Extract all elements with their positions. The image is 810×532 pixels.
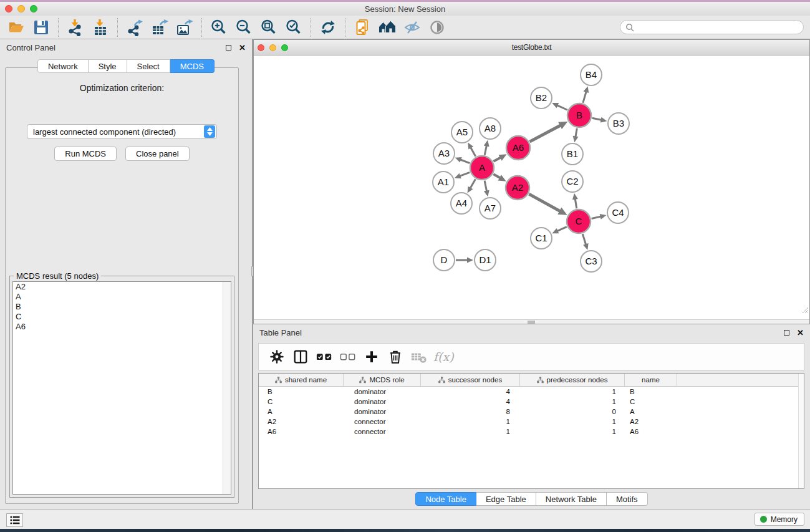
graph-node-A[interactable]: A xyxy=(470,156,494,180)
graph-node-A4[interactable]: A4 xyxy=(451,193,472,214)
network-hscrollbar[interactable] xyxy=(254,319,809,324)
graph-edge-C-C2[interactable] xyxy=(572,193,578,208)
run-mcds-button[interactable]: Run MCDS xyxy=(54,147,117,161)
result-list-item[interactable]: A2 xyxy=(13,282,231,292)
zoom-selected-icon[interactable] xyxy=(281,17,306,38)
result-list-item[interactable]: A xyxy=(13,292,231,302)
table-cell[interactable]: C xyxy=(625,397,677,407)
resize-grip-icon[interactable] xyxy=(801,306,809,314)
graph-edge-B-B1[interactable] xyxy=(573,128,579,143)
graph-edge-A-A8[interactable] xyxy=(484,140,489,155)
graph-node-C4[interactable]: C4 xyxy=(607,202,629,223)
show-panel-eye-icon[interactable] xyxy=(425,17,450,38)
graph-edge-A-A1[interactable] xyxy=(455,172,470,178)
result-list-item[interactable]: C xyxy=(13,312,231,322)
table-cell[interactable]: 1 xyxy=(520,427,625,437)
zoom-out-icon[interactable] xyxy=(231,17,256,38)
graph-node-C1[interactable]: C1 xyxy=(531,228,552,249)
search-input[interactable] xyxy=(637,23,803,32)
graph-node-A8[interactable]: A8 xyxy=(480,118,501,139)
tab-select[interactable]: Select xyxy=(127,59,170,73)
select-all-icon[interactable] xyxy=(314,346,335,367)
table-row[interactable]: A6connector11A6 xyxy=(259,427,804,437)
table-row[interactable]: Adominator80A xyxy=(259,407,804,417)
table-cell[interactable]: 1 xyxy=(520,387,625,397)
network-window-titlebar[interactable]: testGlobe.txt xyxy=(254,40,809,56)
import-network-icon[interactable] xyxy=(63,17,88,38)
table-float-panel-icon[interactable] xyxy=(784,330,789,336)
network-hscrollbar-thumb[interactable] xyxy=(528,321,535,324)
graph-edge-A-A4[interactable] xyxy=(468,179,476,193)
graph-node-C3[interactable]: C3 xyxy=(581,251,602,272)
graph-node-A2[interactable]: A2 xyxy=(506,176,529,200)
mcds-result-list[interactable]: A2ABCA6 xyxy=(12,281,231,495)
table-cell[interactable]: dominator xyxy=(344,407,421,417)
table-cell[interactable]: A2 xyxy=(625,417,677,427)
criterion-dropdown[interactable]: largest connected component (directed) xyxy=(27,124,217,139)
graph-node-B3[interactable]: B3 xyxy=(608,113,629,134)
export-network-icon[interactable] xyxy=(122,17,147,38)
zoom-in-icon[interactable] xyxy=(206,17,231,38)
table-cell[interactable]: 4 xyxy=(421,397,520,407)
graph-node-D[interactable]: D xyxy=(433,249,455,271)
open-session-icon[interactable] xyxy=(4,17,29,38)
column-header-name[interactable]: name xyxy=(625,374,677,386)
deselect-all-icon[interactable] xyxy=(337,346,359,367)
result-list-item[interactable]: B xyxy=(13,302,231,312)
table-cell[interactable]: 1 xyxy=(520,397,625,407)
graph-edge-B-B4[interactable] xyxy=(583,86,589,103)
table-cell[interactable]: 1 xyxy=(520,417,625,427)
table-cell[interactable]: 4 xyxy=(421,387,520,397)
table-cell[interactable]: A2 xyxy=(259,417,344,427)
column-view-icon[interactable] xyxy=(290,346,311,367)
graph-node-A3[interactable]: A3 xyxy=(433,143,455,164)
tab-edge-table[interactable]: Edge Table xyxy=(476,492,536,506)
graph-edge-A6-B[interactable] xyxy=(530,122,568,142)
graph-edge-A-A7[interactable] xyxy=(484,181,489,197)
search-field[interactable] xyxy=(620,20,804,34)
export-table-icon[interactable] xyxy=(147,17,172,38)
table-cell[interactable]: C xyxy=(259,397,344,407)
import-table-icon[interactable] xyxy=(88,17,113,38)
table-cell[interactable]: 1 xyxy=(421,417,520,427)
float-panel-icon[interactable] xyxy=(226,45,231,51)
zoom-fit-icon[interactable] xyxy=(256,17,281,38)
app-titlebar[interactable]: Session: New Session xyxy=(0,2,810,16)
table-cell[interactable]: dominator xyxy=(344,387,421,397)
tab-style[interactable]: Style xyxy=(89,59,127,73)
graph-edge-C-C4[interactable] xyxy=(591,214,606,220)
table-cell[interactable]: B xyxy=(259,387,344,397)
result-list-scrollbar[interactable] xyxy=(223,282,231,494)
graph-node-B[interactable]: B xyxy=(567,104,591,127)
cybrowser-icon[interactable] xyxy=(350,17,375,38)
tab-mcds[interactable]: MCDS xyxy=(170,59,215,73)
tab-node-table[interactable]: Node Table xyxy=(415,492,476,506)
result-list-item[interactable]: A6 xyxy=(13,322,231,332)
table-cell[interactable]: dominator xyxy=(344,397,421,407)
graph-edge-A2-C[interactable] xyxy=(529,194,567,215)
graph-edge-A-A2[interactable] xyxy=(493,174,506,181)
table-cell[interactable]: 8 xyxy=(421,407,520,417)
graph-node-B4[interactable]: B4 xyxy=(581,64,602,85)
graph-edge-C-C3[interactable] xyxy=(582,234,588,250)
column-header-shared-name[interactable]: shared name xyxy=(259,374,344,386)
table-cell[interactable]: A6 xyxy=(625,427,677,437)
graph-node-A7[interactable]: A7 xyxy=(480,198,501,219)
table-cell[interactable]: A6 xyxy=(259,427,344,437)
tab-network[interactable]: Network xyxy=(37,59,89,73)
table-row[interactable]: Cdominator41C xyxy=(259,397,804,407)
graph-node-A1[interactable]: A1 xyxy=(433,172,454,193)
table-cell[interactable]: B xyxy=(625,387,677,397)
save-session-icon[interactable] xyxy=(29,17,54,38)
graph-node-A6[interactable]: A6 xyxy=(506,136,530,160)
graph-edge-C-C1[interactable] xyxy=(552,227,567,234)
table-cell[interactable]: 0 xyxy=(520,407,625,417)
table-row[interactable]: A2connector11A2 xyxy=(259,417,804,427)
memory-button[interactable]: Memory xyxy=(755,513,804,526)
tab-network-table[interactable]: Network Table xyxy=(536,492,607,506)
graph-node-D1[interactable]: D1 xyxy=(475,249,496,271)
table-close-panel-icon[interactable]: ✕ xyxy=(797,329,804,337)
graph-edge-D-D1[interactable] xyxy=(456,258,473,263)
graph-edge-A-A3[interactable] xyxy=(455,157,470,163)
delete-column-icon[interactable] xyxy=(385,346,406,367)
